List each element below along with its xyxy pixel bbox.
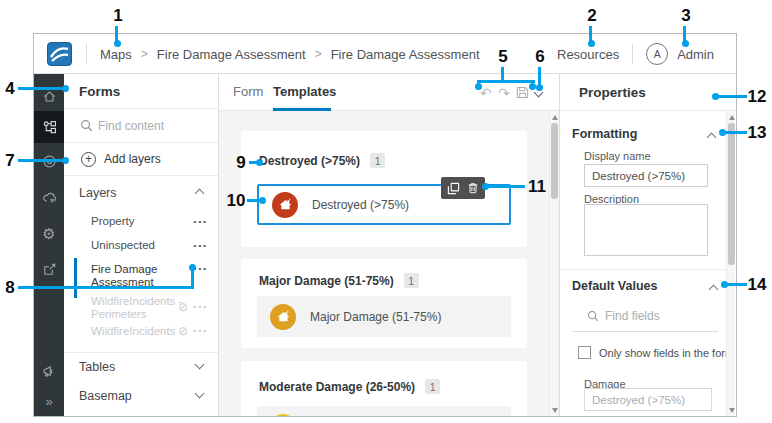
scroll-down-icon[interactable] <box>552 408 558 413</box>
layer-options-icon[interactable] <box>194 326 208 335</box>
double-chevron-icon: » <box>45 395 52 408</box>
admin-menu[interactable]: Admin <box>677 47 714 62</box>
app-window: Maps > Fire Damage Assessment > Fire Dam… <box>33 33 737 417</box>
properties-scrollbar[interactable] <box>726 111 735 417</box>
rail-item-settings[interactable]: ⚙ <box>34 221 64 245</box>
delete-icon[interactable] <box>467 182 479 194</box>
properties-title: Properties <box>560 74 736 111</box>
display-name-label: Display name <box>584 150 651 162</box>
scroll-up-icon[interactable] <box>729 115 735 120</box>
add-layers-label: Add layers <box>104 143 161 176</box>
gear-icon: ⚙ <box>42 226 55 241</box>
active-tab-underline <box>273 108 331 111</box>
megaphone-icon <box>42 364 57 379</box>
template-group-moderate-damage: Moderate Damage (26-50%) 1 Moderate Dama… <box>241 361 527 417</box>
find-content-input[interactable] <box>98 109 213 142</box>
find-content-search[interactable] <box>64 109 218 143</box>
callout-5-dot-right <box>529 83 536 90</box>
layer-item-wildfire-incidents[interactable]: WildfireIncidents <box>64 320 218 342</box>
layers-section-header[interactable]: Layers <box>64 176 218 209</box>
rail-item-forms[interactable] <box>34 111 64 143</box>
avatar[interactable]: A <box>646 43 668 65</box>
callout-7-dot <box>62 157 69 164</box>
editor-panel: Form Templates ↶ ↷ Destroyed (>75%) 1 <box>219 74 559 417</box>
callout-2: 2 <box>587 6 596 26</box>
scrollbar-thumb[interactable] <box>551 123 558 199</box>
properties-panel: Properties Formatting Display name Descr… <box>559 74 736 417</box>
layer-options-icon[interactable] <box>194 302 208 311</box>
forms-icon <box>42 120 57 135</box>
breadcrumb-separator: > <box>315 47 322 61</box>
layer-options-icon[interactable] <box>194 217 208 226</box>
screenshot-stage: Maps > Fire Damage Assessment > Fire Dam… <box>0 0 772 423</box>
formatting-section-label: Formatting <box>572 127 637 141</box>
description-textarea[interactable] <box>584 204 708 256</box>
breadcrumb-separator: > <box>141 47 148 61</box>
template-card-moderate-damage[interactable]: Moderate Damage (26-50%) <box>257 406 511 417</box>
tables-section-header[interactable]: Tables <box>64 352 218 381</box>
find-fields-input[interactable] <box>605 302 715 330</box>
callout-5-bracket <box>477 80 535 83</box>
callout-6: 6 <box>535 47 544 67</box>
callout-3: 3 <box>681 6 690 26</box>
callout-8: 8 <box>5 278 14 298</box>
basemap-section-header[interactable]: Basemap <box>64 381 218 410</box>
tab-form[interactable]: Form <box>233 74 263 110</box>
esri-logo[interactable] <box>47 42 72 66</box>
callout-6-line <box>538 67 541 84</box>
find-fields-search[interactable] <box>572 302 718 332</box>
breadcrumb-form-name: Fire Damage Assessment <box>331 47 480 62</box>
callout-5: 5 <box>498 47 507 67</box>
callout-8-elbow <box>191 270 194 289</box>
collapse-default-values-chevron[interactable] <box>709 285 719 295</box>
header-divider <box>632 44 633 64</box>
layer-options-icon[interactable] <box>194 241 208 250</box>
callout-9: 9 <box>236 153 245 173</box>
breadcrumb-map-name[interactable]: Fire Damage Assessment <box>157 47 306 62</box>
template-card-major-damage[interactable]: Major Damage (51-75%) <box>257 296 511 337</box>
template-count-badge: 1 <box>425 379 440 394</box>
scroll-up-icon[interactable] <box>552 115 558 120</box>
rail-item-feedback[interactable] <box>34 359 64 383</box>
not-supported-icon <box>178 324 188 338</box>
duplicate-icon[interactable] <box>447 182 460 195</box>
default-values-section-label: Default Values <box>572 279 657 293</box>
layer-item-property[interactable]: Property <box>64 209 218 233</box>
callout-1-line <box>115 26 118 41</box>
not-supported-icon <box>178 300 188 314</box>
callout-12: 12 <box>748 87 767 107</box>
callout-4-line <box>18 87 62 90</box>
share-icon <box>42 262 57 277</box>
rail-item-offline[interactable] <box>34 185 64 209</box>
callout-14-line <box>727 283 747 286</box>
section-divider <box>560 269 726 270</box>
breadcrumb-maps[interactable]: Maps <box>100 47 132 62</box>
header-divider <box>86 44 87 64</box>
only-show-fields-checkbox[interactable] <box>578 346 591 359</box>
forms-panel-title: Forms <box>64 74 218 109</box>
templates-scrollbar[interactable] <box>549 111 558 417</box>
tab-templates[interactable]: Templates <box>273 74 336 110</box>
group-header: Moderate Damage (26-50%) 1 <box>259 379 440 394</box>
callout-4-dot <box>62 85 69 92</box>
scroll-down-icon[interactable] <box>729 408 735 413</box>
layer-item-uninspected[interactable]: Uninspected <box>64 233 218 257</box>
moderate-damage-symbol-icon <box>270 414 296 418</box>
rail-item-sharing[interactable] <box>34 257 64 281</box>
damage-value-input[interactable] <box>584 388 712 411</box>
basemap-section-label: Basemap <box>79 389 132 403</box>
display-name-input[interactable] <box>584 164 708 187</box>
add-circle-icon <box>81 152 96 167</box>
callout-8-dot <box>189 264 196 271</box>
collapse-formatting-chevron[interactable] <box>707 133 717 143</box>
rail-item-collapse[interactable]: » <box>34 389 64 413</box>
callout-7-line <box>18 159 62 162</box>
callout-1: 1 <box>113 6 122 26</box>
callout-3-line <box>683 26 686 41</box>
resources-link[interactable]: Resources <box>557 47 619 62</box>
scrollbar-thumb[interactable] <box>728 123 735 265</box>
destroyed-symbol-icon <box>272 192 298 218</box>
add-layers-button[interactable]: Add layers <box>64 143 218 176</box>
callout-5-stem <box>501 67 504 81</box>
save-icon <box>516 86 529 99</box>
